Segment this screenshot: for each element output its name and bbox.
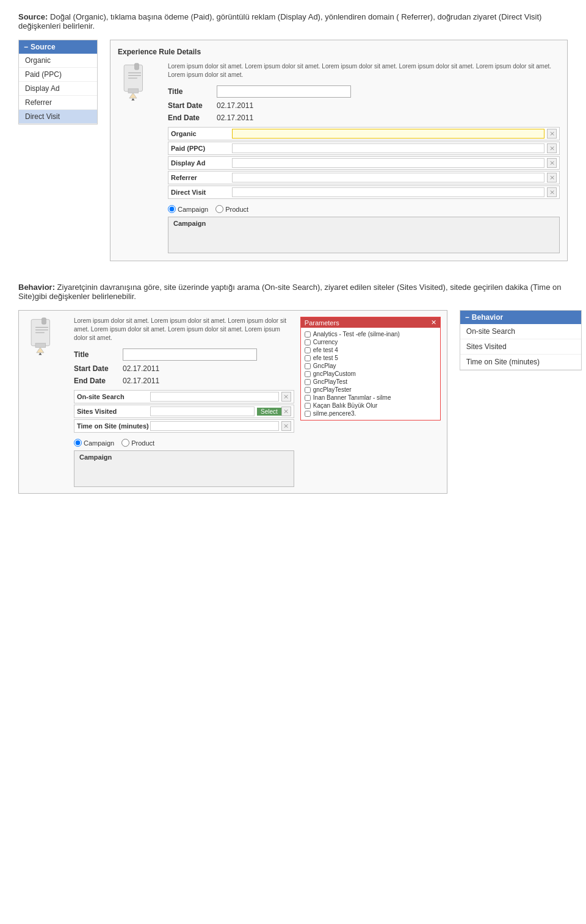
behavior-row-sites-visited: Sites Visited Select ⨯ xyxy=(74,405,294,418)
sites-visited-select-btn[interactable]: Select xyxy=(257,408,281,416)
param-checkbox-7[interactable] xyxy=(305,387,311,393)
param-item-7: gncPlayTester xyxy=(303,386,438,394)
bottom-rule-inner: Lorem ipsum dolor sit amet. Lorem ipsum … xyxy=(25,317,441,487)
sites-visited-input[interactable] xyxy=(150,406,255,416)
time-on-site-remove-btn[interactable]: ⨯ xyxy=(281,421,291,431)
source-panel: − Source Organic Paid (PPC) Display Ad R… xyxy=(18,40,98,125)
behavior-campaign-box: Campaign xyxy=(74,450,294,487)
on-site-search-remove-btn[interactable]: ⨯ xyxy=(281,392,291,402)
source-section-heading: Source: Doğal (Organic), tıklama başına … xyxy=(18,12,568,31)
params-close-icon[interactable]: ✕ xyxy=(431,319,436,327)
behavior-item-time-on-site[interactable]: Time on Site (minutes) xyxy=(460,355,581,370)
param-item-3: efe test 5 xyxy=(303,354,438,362)
param-checkbox-3[interactable] xyxy=(305,355,311,361)
param-item-4: GncPlay xyxy=(303,362,438,370)
radio-group: Campaign Product xyxy=(168,205,560,213)
behavior-product-radio-label[interactable]: Product xyxy=(121,439,154,447)
sidebar-item-direct-visit[interactable]: Direct Visit xyxy=(19,110,97,124)
sidebar-item-organic[interactable]: Organic xyxy=(19,54,97,68)
organic-input[interactable] xyxy=(232,129,544,139)
behavior-title-input[interactable] xyxy=(123,348,257,361)
source-row-referrer: Referrer ⨯ xyxy=(168,171,560,184)
start-date-row: Start Date 02.17.2011 xyxy=(168,101,560,110)
behavior-item-sites-visited[interactable]: Sites Visited xyxy=(460,339,581,355)
param-checkbox-6[interactable] xyxy=(305,379,311,385)
behavior-panel-header: − Behavior xyxy=(460,311,581,324)
behavior-start-date-row: Start Date 02.17.2011 xyxy=(74,364,294,373)
rule-panel-inner: Lorem ipsum dolor sit amet. Lorem ipsum … xyxy=(118,62,560,253)
source-row-organic: Organic ⨯ xyxy=(168,127,560,140)
product-radio-label[interactable]: Product xyxy=(215,205,248,213)
sidebar-item-referrer[interactable]: Referrer xyxy=(19,96,97,110)
campaign-radio[interactable] xyxy=(168,205,176,213)
on-site-search-input[interactable] xyxy=(150,392,279,402)
sidebar-item-display-ad[interactable]: Display Ad xyxy=(19,82,97,96)
time-on-site-input[interactable] xyxy=(150,421,279,431)
svg-marker-10 xyxy=(37,347,44,353)
rule-form-area: Lorem ipsum dolor sit amet. Lorem ipsum … xyxy=(168,62,560,253)
start-date-label: Start Date xyxy=(168,101,217,110)
product-radio[interactable] xyxy=(215,205,223,213)
sidebar-item-paid[interactable]: Paid (PPC) xyxy=(19,68,97,82)
behavior-campaign-radio[interactable] xyxy=(74,439,82,447)
title-label: Title xyxy=(168,87,217,96)
pencil-icon xyxy=(118,62,151,102)
parameters-panel: Parameters ✕ Analytics - Test -efe (silm… xyxy=(300,317,441,420)
title-row: Title xyxy=(168,85,560,98)
param-checkbox-8[interactable] xyxy=(305,395,311,401)
param-item-6: GncPlayTest xyxy=(303,378,438,386)
title-input[interactable] xyxy=(217,85,351,98)
behavior-end-date-value: 02.17.2011 xyxy=(123,377,159,385)
start-date-value: 02.17.2011 xyxy=(217,101,253,110)
param-checkbox-1[interactable] xyxy=(305,339,311,345)
behavior-rule-icon xyxy=(25,317,68,487)
param-checkbox-0[interactable] xyxy=(305,331,311,337)
behavior-start-date-label: Start Date xyxy=(74,364,123,373)
param-checkbox-4[interactable] xyxy=(305,363,311,369)
behavior-end-date-label: End Date xyxy=(74,377,123,385)
behavior-title-row: Title xyxy=(74,348,294,361)
svg-marker-11 xyxy=(38,353,42,355)
minus-icon-behavior: − xyxy=(465,313,469,322)
campaign-radio-label[interactable]: Campaign xyxy=(168,205,208,213)
svg-rect-9 xyxy=(35,343,45,347)
param-checkbox-10[interactable] xyxy=(305,411,311,417)
end-date-label: End Date xyxy=(168,114,217,122)
lorem-text: Lorem ipsum dolor sit amet. Lorem ipsum … xyxy=(168,62,560,79)
param-item-0: Analytics - Test -efe (silme-inan) xyxy=(303,330,438,338)
source-row-layout: − Source Organic Paid (PPC) Display Ad R… xyxy=(18,40,568,261)
param-checkbox-2[interactable] xyxy=(305,347,311,353)
paid-input[interactable] xyxy=(232,143,544,153)
behavior-panel: − Behavior On-site Search Sites Visited … xyxy=(460,310,582,370)
campaign-box: Campaign xyxy=(168,217,560,253)
rule-panel-title: Experience Rule Details xyxy=(118,48,560,56)
param-item-2: efe test 4 xyxy=(303,346,438,354)
behavior-item-on-site-search[interactable]: On-site Search xyxy=(460,324,581,339)
referrer-input[interactable] xyxy=(232,173,544,182)
param-item-8: Inan Banner Tanımlar - silme xyxy=(303,394,438,402)
param-checkbox-5[interactable] xyxy=(305,371,311,377)
source-row-paid: Paid (PPC) ⨯ xyxy=(168,142,560,155)
referrer-remove-btn[interactable]: ⨯ xyxy=(547,173,557,182)
sites-visited-remove-btn[interactable]: ⨯ xyxy=(281,406,291,416)
param-item-10: silme.pencere3. xyxy=(303,410,438,417)
behavior-pencil-icon xyxy=(25,317,59,356)
organic-remove-btn[interactable]: ⨯ xyxy=(547,129,557,139)
behavior-title-label: Title xyxy=(74,350,123,359)
behavior-lorem-text: Lorem ipsum dolor sit amet. Lorem ipsum … xyxy=(74,317,294,342)
display-ad-remove-btn[interactable]: ⨯ xyxy=(547,158,557,168)
behavior-campaign-radio-label[interactable]: Campaign xyxy=(74,439,114,447)
rule-icon xyxy=(118,62,161,253)
display-ad-input[interactable] xyxy=(232,158,544,168)
behavior-product-radio[interactable] xyxy=(121,439,129,447)
source-row-direct-visit: Direct Visit ⨯ xyxy=(168,186,560,199)
svg-rect-15 xyxy=(42,318,46,324)
minus-icon: − xyxy=(24,43,28,51)
source-rows-container: Organic ⨯ Paid (PPC) ⨯ Display Ad xyxy=(168,127,560,199)
direct-visit-input[interactable] xyxy=(232,187,544,197)
direct-visit-remove-btn[interactable]: ⨯ xyxy=(547,187,557,197)
svg-marker-3 xyxy=(131,98,134,100)
param-checkbox-9[interactable] xyxy=(305,403,311,409)
parameters-list: Analytics - Test -efe (silme-inan) Curre… xyxy=(301,328,440,420)
paid-remove-btn[interactable]: ⨯ xyxy=(547,143,557,153)
